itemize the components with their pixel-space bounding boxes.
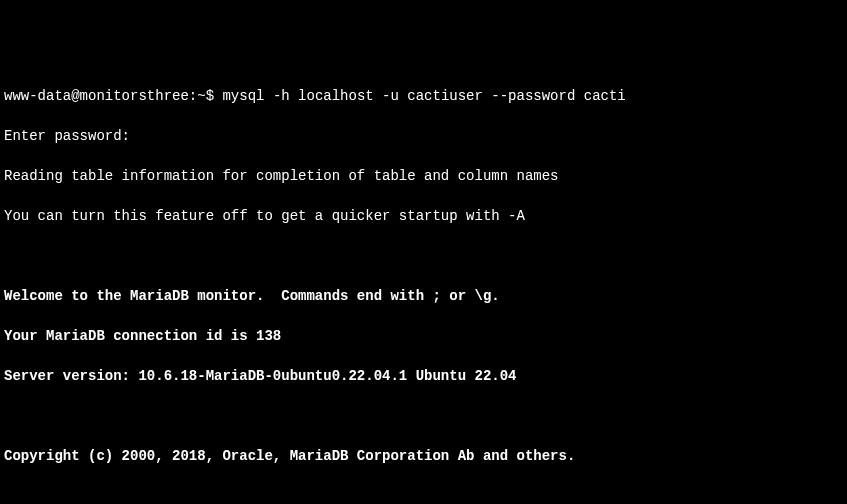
reading-info-line: Reading table information for completion… (4, 166, 843, 186)
blank-line (4, 406, 843, 426)
shell-path: ~ (197, 88, 205, 104)
shell-command[interactable]: mysql -h localhost -u cactiuser --passwo… (222, 88, 625, 104)
copyright-line: Copyright (c) 2000, 2018, Oracle, MariaD… (4, 446, 843, 466)
shell-prompt-line: www-data@monitorsthree:~$ mysql -h local… (4, 86, 843, 106)
welcome-line-1: Welcome to the MariaDB monitor. Commands… (4, 286, 843, 306)
shell-user-host: www-data@monitorsthree (4, 88, 189, 104)
blank-line (4, 486, 843, 504)
enter-password-line[interactable]: Enter password: (4, 126, 843, 146)
welcome-line-3: Server version: 10.6.18-MariaDB-0ubuntu0… (4, 366, 843, 386)
welcome-line-2: Your MariaDB connection id is 138 (4, 326, 843, 346)
blank-line (4, 246, 843, 266)
shell-symbol: $ (206, 88, 214, 104)
turnoff-info-line: You can turn this feature off to get a q… (4, 206, 843, 226)
